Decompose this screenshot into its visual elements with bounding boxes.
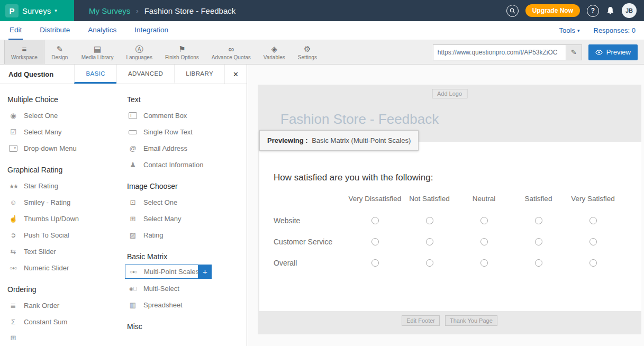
matrix-radio[interactable] xyxy=(535,238,542,245)
toolbar-item-settings[interactable]: ⚙ Settings xyxy=(292,40,323,64)
text-slider-icon: ⇆ xyxy=(7,248,19,256)
tab-basic[interactable]: BASIC xyxy=(74,65,116,84)
survey-url-input[interactable] xyxy=(433,44,566,60)
matrix-radio[interactable] xyxy=(535,259,542,267)
matrix-radio[interactable] xyxy=(371,259,379,267)
question-type-label: Rating xyxy=(143,231,164,239)
item-rank-order[interactable]: ≣ Rank Order xyxy=(5,297,125,314)
responses-count[interactable]: Responses: 0 xyxy=(594,26,636,34)
toolbar-item-design[interactable]: ✎ Design xyxy=(44,40,75,64)
preview-button-label: Preview xyxy=(606,48,631,56)
tab-integration[interactable]: Integration xyxy=(133,21,169,40)
upgrade-now-button[interactable]: Upgrade Now xyxy=(525,4,580,17)
item-dropdown-menu[interactable]: ▾ Drop-down Menu xyxy=(5,140,125,157)
matrix-cell xyxy=(402,210,457,231)
add-logo-button[interactable]: Add Logo xyxy=(432,89,467,98)
survey-footer-actions: Edit Footer Thank You Page xyxy=(258,315,641,326)
item-image-select-one[interactable]: ⊡ Select One xyxy=(125,194,244,211)
item-spreadsheet[interactable]: ▦ Spreadsheet xyxy=(125,297,244,313)
item-partial[interactable]: ⊞ xyxy=(5,330,125,346)
item-text-slider[interactable]: ⇆ Text Slider xyxy=(5,243,125,260)
section-header-misc: Misc xyxy=(127,322,244,331)
matrix-cell xyxy=(348,210,402,231)
matrix-cell xyxy=(457,252,511,274)
matrix-radio[interactable] xyxy=(480,259,488,267)
image-select-one-icon: ⊡ xyxy=(127,199,139,206)
item-push-to-social[interactable]: ➲ Push To Social xyxy=(5,227,125,243)
thank-you-page-button[interactable]: Thank You Page xyxy=(445,315,497,326)
item-comment-box[interactable]: I Comment Box xyxy=(125,107,244,124)
design-brush-icon: ✎ xyxy=(57,44,64,53)
toolbar-item-advance-quotas[interactable]: ∞ Advance Quotas xyxy=(205,40,257,64)
toolbar-item-variables[interactable]: ◈ Variables xyxy=(257,40,292,64)
matrix-cell xyxy=(402,231,457,252)
edit-footer-button[interactable]: Edit Footer xyxy=(402,315,440,326)
section-header-image-chooser: Image Chooser xyxy=(127,182,244,190)
add-question-button[interactable]: + xyxy=(198,265,212,279)
toolbar-item-finish-options[interactable]: ⚑ Finish Options xyxy=(159,40,205,64)
question-text: How satisfied are you with the following… xyxy=(274,172,641,183)
tab-edit[interactable]: Edit xyxy=(8,21,23,40)
item-numeric-slider[interactable]: ○●○ Numeric Slider xyxy=(5,260,125,276)
matrix-radio[interactable] xyxy=(371,217,379,224)
question-type-label: Select Many xyxy=(24,128,62,136)
item-select-one[interactable]: ◉ Select One xyxy=(5,107,125,124)
question-type-list: Multiple Choice ◉ Select One ☑ Select Ma… xyxy=(0,84,247,346)
item-email-address[interactable]: @ Email Address xyxy=(125,140,244,157)
question-type-column-right: Text I Comment Box Single Row Text @ Ema… xyxy=(125,84,244,346)
image-select-many-icon: ⊞ xyxy=(127,215,139,223)
previewing-label: Previewing : xyxy=(267,136,308,144)
notifications-button[interactable] xyxy=(606,6,615,15)
toolbar-item-workspace[interactable]: ≡ Workspace xyxy=(4,40,44,64)
avatar[interactable]: JB xyxy=(622,3,637,18)
search-button[interactable] xyxy=(506,5,519,17)
eye-icon xyxy=(595,49,603,56)
matrix-cell xyxy=(511,210,566,231)
tools-menu[interactable]: Tools ▾ xyxy=(559,26,580,34)
comment-box-icon: I xyxy=(129,112,137,119)
tab-advanced[interactable]: ADVANCED xyxy=(116,65,174,84)
tab-analytics[interactable]: Analytics xyxy=(87,21,117,40)
matrix-radio[interactable] xyxy=(426,217,433,224)
question-preview-card: How satisfied are you with the following… xyxy=(259,142,641,311)
item-select-many[interactable]: ☑ Select Many xyxy=(5,124,125,140)
item-multi-select[interactable]: ◉☐ Multi-Select xyxy=(125,280,244,297)
item-contact-information[interactable]: ♟ Contact Information xyxy=(125,157,244,173)
breadcrumb-current: Fashion Store - Feedback xyxy=(144,6,236,15)
tab-distribute[interactable]: Distribute xyxy=(39,21,71,40)
item-thumbs-up-down[interactable]: ☝ Thumbs Up/Down xyxy=(5,211,125,227)
help-button[interactable]: ? xyxy=(587,5,599,17)
item-single-row-text[interactable]: Single Row Text xyxy=(125,124,244,140)
close-panel-button[interactable]: ✕ xyxy=(224,65,247,84)
breadcrumb: My Surveys › Fashion Store - Feedback xyxy=(89,6,235,15)
toolbar-item-media-library[interactable]: ▤ Media Library xyxy=(75,40,120,64)
item-multi-point-scales[interactable]: ○●○ Multi-Point Scales xyxy=(125,265,198,279)
item-constant-sum[interactable]: Σ Constant Sum xyxy=(5,314,125,330)
question-type-label: Push To Social xyxy=(24,231,69,239)
matrix-radio[interactable] xyxy=(426,259,433,267)
preview-button[interactable]: Preview xyxy=(588,44,638,60)
product-switcher[interactable]: P Surveys ▾ xyxy=(0,0,74,21)
item-star-rating[interactable]: ★★ Star Rating xyxy=(5,178,125,194)
question-type-label: Select One xyxy=(143,198,177,206)
matrix-radio[interactable] xyxy=(480,217,488,224)
matrix-radio[interactable] xyxy=(426,238,433,245)
matrix-radio[interactable] xyxy=(535,217,542,224)
matrix-radio[interactable] xyxy=(589,259,597,267)
matrix-radio[interactable] xyxy=(589,217,597,224)
item-smiley-rating[interactable]: ☺ Smiley - Rating xyxy=(5,194,125,211)
breadcrumb-my-surveys[interactable]: My Surveys xyxy=(89,6,130,15)
nav-right: Tools ▾ Responses: 0 xyxy=(559,21,636,40)
matrix-radio[interactable] xyxy=(371,238,379,245)
matrix-cell xyxy=(566,231,620,252)
item-image-select-many[interactable]: ⊞ Select Many xyxy=(125,211,244,227)
matrix-row-label: Overall xyxy=(274,252,348,274)
item-image-rating[interactable]: ▨ Rating xyxy=(125,227,244,243)
tab-library[interactable]: LIBRARY xyxy=(174,65,224,84)
toolbar-item-languages[interactable]: Ⓐ Languages xyxy=(120,40,159,64)
survey-title[interactable]: Fashion Store - Feedback xyxy=(280,111,439,128)
numeric-slider-icon: ○●○ xyxy=(7,265,19,272)
matrix-radio[interactable] xyxy=(589,238,597,245)
edit-url-button[interactable]: ✎ xyxy=(566,44,582,60)
matrix-radio[interactable] xyxy=(480,238,488,245)
